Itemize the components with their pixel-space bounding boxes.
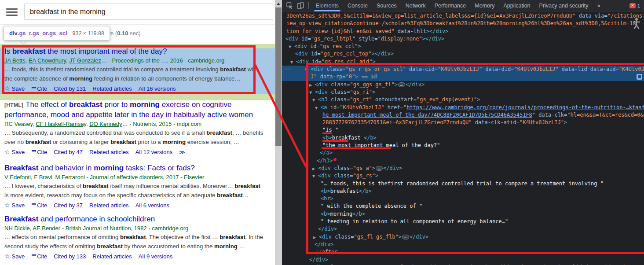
tooltip-selector-tag: div xyxy=(9,30,18,37)
all-versions-link[interactable]: All 6 versions xyxy=(135,202,169,209)
selected-row-gutter-marker[interactable]: ⋯ xyxy=(284,66,289,72)
inspect-highlight-margin-bottom xyxy=(0,94,275,100)
cited-by-link[interactable]: Cited by 37 xyxy=(54,202,83,209)
code-line[interactable]: <div id="gs_res_ccl_top"></div> xyxy=(282,50,644,58)
search-result: Breakfast and behavior in morning tasks:… xyxy=(4,163,264,210)
toolbar-end-divider xyxy=(643,2,643,9)
hamburger-menu-icon[interactable] xyxy=(6,7,18,16)
save-link[interactable]: ☆Save xyxy=(4,202,25,209)
related-articles-link[interactable]: Related articles xyxy=(89,202,129,209)
result-title-link[interactable]: Breakfast and performance in schoolchild… xyxy=(4,214,264,224)
result-title-link[interactable]: Breakfast and behavior in morning tasks:… xyxy=(4,163,264,173)
result-authors[interactable]: NH Dickie, AE Bender - British Journal o… xyxy=(4,224,264,232)
annotation-underline-is xyxy=(322,132,332,134)
devtools-tab-memory[interactable]: Memory xyxy=(470,0,499,11)
save-link[interactable]: ☆Save xyxy=(4,149,25,155)
code-line[interactable]: <div id="gs_res_lbtpl" style="display:no… xyxy=(282,35,644,43)
more-tabs-chevron-icon[interactable]: » xyxy=(593,2,605,9)
devtools-tab-elements[interactable]: Elements xyxy=(311,0,343,11)
devtools-tab-privacy-and-security[interactable]: Privacy and security xyxy=(535,0,593,11)
scrollbar-thumb[interactable] xyxy=(275,7,282,146)
cite-link[interactable]: ❞❞Cite xyxy=(31,149,47,155)
scholar-header xyxy=(0,0,275,25)
search-result: Breakfast and performance in schoolchild… xyxy=(4,214,264,261)
annotation-box-result xyxy=(2,45,256,94)
result-authors[interactable]: V Edefonti, F Bravi, M Ferraroni - Journ… xyxy=(4,173,264,181)
more-link[interactable]: ≫ xyxy=(179,149,192,155)
cited-by-link[interactable]: Cited by 47 xyxy=(54,149,83,155)
annotation-box-code xyxy=(306,63,644,254)
save-star-icon: ☆ xyxy=(4,148,10,155)
scholar-results-pane: ults (0.10 sec) Is breakfast the most im… xyxy=(0,0,275,265)
devtools-tab-network[interactable]: Network xyxy=(401,0,430,11)
error-counter-badge[interactable]: ✕ 1 xyxy=(629,3,640,8)
screenshot-root: ults (0.10 sec) Is breakfast the most im… xyxy=(0,0,644,265)
device-toolbar-icon[interactable] xyxy=(296,2,304,10)
all-versions-link[interactable]: All 12 versions xyxy=(135,149,173,155)
accessibility-person-icon xyxy=(632,18,641,31)
cite-quote-icon: ❞❞ xyxy=(31,254,35,260)
error-icon: ✕ xyxy=(629,3,636,8)
filetype-label: [HTML] xyxy=(4,102,23,108)
collapse-arrow-icon[interactable]: ▼ xyxy=(290,59,293,66)
cite-link[interactable]: ❞❞Cite xyxy=(31,253,47,260)
scrollbar-up-arrow[interactable] xyxy=(275,0,282,7)
annotation-underline-breakfast xyxy=(322,140,348,142)
error-count: 1 xyxy=(637,3,640,8)
code-line[interactable]: 3Den%26as_sdt%3D0,5&citilm=1&view_op=lis… xyxy=(282,12,644,20)
result-snippet: … However, characteristics of breakfast … xyxy=(4,182,264,200)
tooltip-selector-classes: .gs_r.gs_or.gs_scl xyxy=(18,30,67,37)
devtools-tabbar: ElementsConsoleSourcesNetworkPerformance… xyxy=(282,0,644,11)
devtools-tab-sources[interactable]: Sources xyxy=(372,0,401,11)
inspect-tooltip: div.gs_r.gs_or.gs_scl 932 × 119.88 xyxy=(4,26,110,40)
save-link[interactable]: ☆Save xyxy=(4,253,25,260)
devtools-tab-console[interactable]: Console xyxy=(343,0,372,11)
devtools-tab-performance[interactable]: Performance xyxy=(430,0,471,11)
cite-quote-icon: ❞❞ xyxy=(31,202,35,209)
code-line[interactable]: </div> xyxy=(282,256,644,264)
all-versions-link[interactable]: All 9 versions xyxy=(139,253,172,260)
save-star-icon: ☆ xyxy=(4,253,10,260)
collapse-arrow-icon[interactable]: ▼ xyxy=(289,43,291,51)
page-scrollbar[interactable] xyxy=(275,0,282,265)
devtools-tab-application[interactable]: Application xyxy=(499,0,534,11)
result-title-link[interactable]: [HTML]The effect of breakfast prior to m… xyxy=(4,100,264,120)
code-line[interactable]: ▼<div id="gs_res_ccl"> xyxy=(282,43,644,50)
result-actions: ☆Save❞❞CiteCited by 37Related articlesAl… xyxy=(4,201,264,210)
search-input[interactable] xyxy=(24,4,273,20)
related-articles-link[interactable]: Related articles xyxy=(92,253,132,260)
result-snippet: … Subsequently, a randomized controlled … xyxy=(4,129,264,147)
search-result: [HTML]The effect of breakfast prior to m… xyxy=(4,100,264,157)
cite-link[interactable]: ❞❞Cite xyxy=(31,202,47,209)
result-snippet: … effects on mental performance of omitt… xyxy=(4,233,264,251)
annotation-underline-title-text xyxy=(322,147,391,149)
devtools-tabs: ElementsConsoleSourcesNetworkPerformance… xyxy=(311,0,593,11)
tooltip-dimensions: 932 × 119.88 xyxy=(73,30,104,37)
result-actions: ☆Save❞❞CiteCited by 47Related articlesAl… xyxy=(4,147,264,157)
devtools-panel: ElementsConsoleSourcesNetworkPerformance… xyxy=(282,0,644,265)
annotation-dot xyxy=(333,158,337,161)
related-articles-link[interactable]: Related articles xyxy=(89,149,129,155)
code-line[interactable]: tion_for_view={id}&hl=en&oi=saved" data-… xyxy=(282,28,644,35)
inspect-element-icon[interactable] xyxy=(286,2,294,10)
code-line[interactable]: iew_op=view_citation&continue=/scholar%3… xyxy=(282,20,644,27)
results-stat: ults (0.10 sec) xyxy=(105,30,141,37)
cite-quote-icon: ❞❞ xyxy=(31,149,35,155)
more-results-chevron-icon: ≫ xyxy=(179,149,185,155)
toolbar-divider xyxy=(308,2,309,9)
cited-by-link[interactable]: Cited by 133 xyxy=(54,253,86,260)
result-authors[interactable]: RC Veasey, CF Haskell-Ramsay, DO Kennedy… xyxy=(4,120,264,128)
result-actions: ☆Save❞❞CiteCited by 133Related articlesA… xyxy=(4,252,264,261)
save-star-icon: ☆ xyxy=(4,202,10,209)
